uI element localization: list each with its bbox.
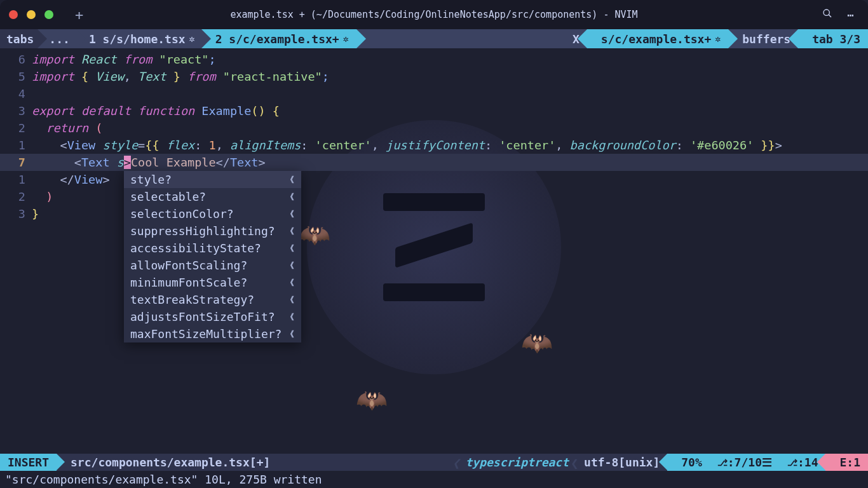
- code-line: 3export default function Example() {: [0, 102, 868, 119]
- window-title: example.tsx + (~/Documents/Coding/Online…: [0, 9, 868, 20]
- line-indicator: ⎇:7/10☰: [710, 454, 780, 471]
- lsp-indicator: ❮typescriptreact: [458, 454, 576, 471]
- search-icon[interactable]: [822, 8, 832, 21]
- code-line: 5import { View, Text } from "react-nativ…: [0, 68, 868, 85]
- tab-1[interactable]: 1 s/s/home.tsx ✲: [76, 29, 201, 48]
- completion-item[interactable]: suppressHighlighting?❰: [124, 222, 301, 240]
- mode-indicator: INSERT: [0, 454, 57, 471]
- snippet-icon: ❰: [289, 291, 294, 308]
- file-path: src/components/example.tsx[+]: [57, 454, 278, 471]
- command-line: "src/components/example.tsx" 10L, 275B w…: [0, 471, 868, 488]
- close-window-button[interactable]: [9, 10, 18, 19]
- completion-item[interactable]: allowFontScaling?❰: [124, 257, 301, 274]
- code-line: 1 <View style={{ flex: 1, alignItems: 'c…: [0, 137, 868, 154]
- titlebar: + example.tsx + (~/Documents/Coding/Onli…: [0, 0, 868, 29]
- completion-item[interactable]: minimumFontScale?❰: [124, 274, 301, 291]
- buffers-label: buffers: [728, 29, 798, 48]
- encoding-indicator: ❮utf-8[unix]: [576, 454, 667, 471]
- tab-2-active[interactable]: 2 s/c/example.tsx+ ✲: [201, 29, 356, 48]
- completion-item[interactable]: selectionColor?❰: [124, 205, 301, 222]
- snippet-icon: ❰: [289, 222, 294, 240]
- completion-item[interactable]: accessibilityState?❰: [124, 240, 301, 257]
- completion-item[interactable]: maxFontSizeMultiplier?❰: [124, 325, 301, 342]
- snippet-icon: ❰: [289, 205, 294, 222]
- bat-icon: 🦇: [299, 220, 330, 250]
- snippet-icon: ❰: [289, 325, 294, 342]
- completion-item[interactable]: style?❰: [124, 171, 301, 188]
- snippet-icon: ❰: [289, 274, 294, 291]
- zoom-window-button[interactable]: [44, 10, 53, 19]
- code-line: 6import React from "react";: [0, 51, 868, 68]
- bat-icon: 🦇: [521, 328, 553, 358]
- code-line: 2 return (: [0, 119, 868, 137]
- svg-point-0: [824, 10, 829, 15]
- tab-counter: tab 3/3: [798, 29, 868, 48]
- snippet-icon: ❰: [289, 240, 294, 257]
- gear-icon: ✲: [189, 33, 195, 44]
- editor-area[interactable]: 🦇 🦇 🦇 6import React from "react"; 5impor…: [0, 48, 868, 445]
- scroll-percent: 70%: [667, 454, 710, 471]
- svg-line-1: [829, 15, 831, 17]
- completion-item[interactable]: textBreakStrategy?❰: [124, 291, 301, 308]
- code-line-current: 7 <Text s>Cool Example</Text>: [0, 154, 868, 171]
- snippet-icon: ❰: [289, 188, 294, 205]
- completion-item[interactable]: selectable?❰: [124, 188, 301, 205]
- snippet-icon: ❰: [289, 308, 294, 325]
- snippet-icon: ❰: [289, 171, 294, 188]
- snippet-icon: ❰: [289, 257, 294, 274]
- gear-icon: ✲: [715, 33, 721, 44]
- more-icon[interactable]: ⋯: [847, 8, 855, 22]
- completion-item[interactable]: adjustsFontSizeToFit?❰: [124, 308, 301, 325]
- new-tab-icon[interactable]: +: [75, 7, 83, 23]
- diagnostics-error: E:1: [825, 454, 868, 471]
- statusline: INSERT src/components/example.tsx[+] ❮ty…: [0, 454, 868, 471]
- cursor: >: [124, 156, 131, 169]
- completion-popup: style?❰ selectable?❰ selectionColor?❰ su…: [124, 171, 301, 342]
- tabline: tabs ... 1 s/s/home.tsx ✲ 2 s/c/example.…: [0, 29, 868, 48]
- buffer-active[interactable]: s/c/example.tsx+ ✲: [587, 29, 728, 48]
- code-line: 4: [0, 85, 868, 102]
- bat-icon: 🦇: [356, 385, 388, 415]
- gear-icon: ✲: [343, 33, 349, 44]
- minimize-window-button[interactable]: [27, 10, 36, 19]
- tabs-label: tabs: [0, 29, 37, 48]
- traffic-lights: [9, 10, 53, 19]
